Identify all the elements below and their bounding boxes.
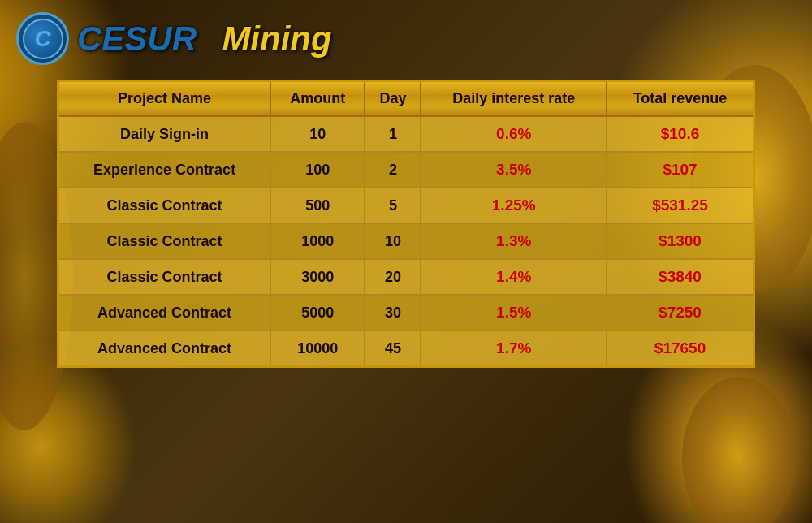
cell-amount: 10 <box>270 116 365 152</box>
cell-revenue: $107 <box>607 152 754 188</box>
table-row: Classic Contract50051.25%$531.25 <box>58 188 754 223</box>
col-total-revenue: Total revenue <box>607 81 754 117</box>
cell-project-name: Classic Contract <box>58 259 271 295</box>
cell-revenue: $531.25 <box>607 188 754 223</box>
table-row: Classic Contract1000101.3%$1300 <box>58 223 754 259</box>
table-row: Daily Sign-in1010.6%$10.6 <box>58 116 754 152</box>
cell-project-name: Classic Contract <box>58 188 271 223</box>
cell-amount: 1000 <box>270 223 365 259</box>
cell-project-name: Advanced Contract <box>58 295 271 331</box>
cell-amount: 500 <box>270 188 365 223</box>
cell-day: 1 <box>365 116 421 152</box>
cell-rate: 3.5% <box>421 152 607 188</box>
cell-day: 10 <box>365 223 421 259</box>
table-row: Advanced Contract5000301.5%$7250 <box>58 295 754 331</box>
cell-day: 45 <box>365 331 421 367</box>
cell-revenue: $10.6 <box>607 116 754 152</box>
cell-day: 5 <box>365 188 421 223</box>
header: C CESUR Mining <box>16 12 796 65</box>
logo-inner: C <box>23 19 63 59</box>
brand-name: CESUR Mining <box>77 19 332 58</box>
table-row: Classic Contract3000201.4%$3840 <box>58 259 754 295</box>
cell-rate: 1.5% <box>421 295 607 331</box>
cell-day: 20 <box>365 259 421 295</box>
pricing-table: Project Name Amount Day Daily interest r… <box>57 80 755 368</box>
col-amount: Amount <box>270 81 365 117</box>
col-project-name: Project Name <box>58 81 271 117</box>
cell-project-name: Advanced Contract <box>58 331 271 367</box>
cell-revenue: $17650 <box>607 331 754 367</box>
cell-rate: 1.7% <box>421 331 607 367</box>
cell-revenue: $1300 <box>607 223 754 259</box>
cell-rate: 1.4% <box>421 259 607 295</box>
table-row: Advanced Contract10000451.7%$17650 <box>58 331 754 367</box>
logo-circle: C <box>16 12 69 65</box>
cell-revenue: $7250 <box>607 295 754 331</box>
cell-project-name: Experience Contract <box>58 152 271 188</box>
cell-project-name: Classic Contract <box>58 223 271 259</box>
table-row: Experience Contract10023.5%$107 <box>58 152 754 188</box>
cell-revenue: $3840 <box>607 259 754 295</box>
cell-amount: 3000 <box>270 259 365 295</box>
cell-amount: 10000 <box>270 331 365 367</box>
cell-project-name: Daily Sign-in <box>58 116 271 152</box>
brand-cesur: CESUR <box>77 19 197 58</box>
col-daily-rate: Daily interest rate <box>421 81 607 117</box>
table-header-row: Project Name Amount Day Daily interest r… <box>58 81 754 117</box>
brand-mining: Mining <box>222 19 331 58</box>
cell-amount: 5000 <box>270 295 365 331</box>
cell-rate: 1.25% <box>421 188 607 223</box>
cell-day: 30 <box>365 295 421 331</box>
cell-rate: 1.3% <box>421 223 607 259</box>
logo-letter: C <box>34 28 50 50</box>
cell-rate: 0.6% <box>421 116 607 152</box>
pricing-table-wrapper: Project Name Amount Day Daily interest r… <box>57 80 755 368</box>
col-day: Day <box>365 81 421 117</box>
cell-day: 2 <box>365 152 421 188</box>
cell-amount: 100 <box>270 152 365 188</box>
